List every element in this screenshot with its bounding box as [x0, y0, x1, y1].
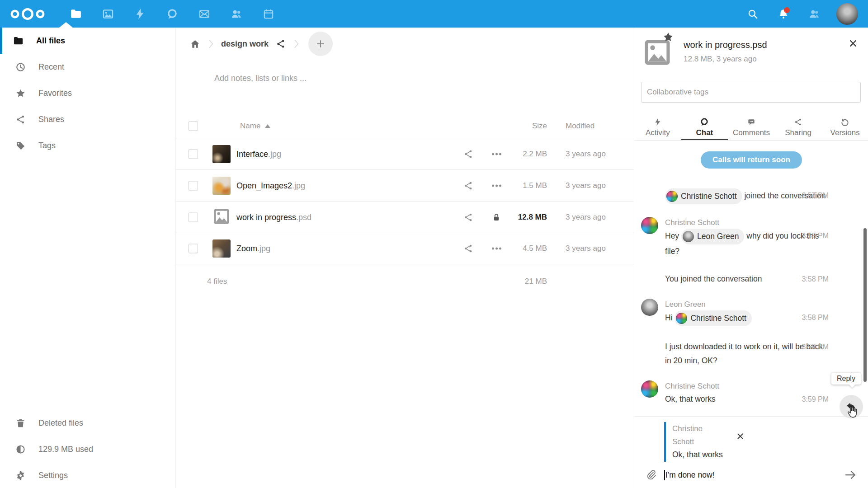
table-row[interactable]: Interface.jpg 2.2 MB 3 years ago [176, 138, 634, 169]
collaborative-tags-input[interactable] [641, 82, 861, 103]
notes-placeholder[interactable]: Add notes, lists or links ... [214, 74, 634, 83]
panel-tabs: Activity Chat Comments Sharing Versions [634, 116, 868, 141]
photos-app-icon[interactable] [98, 0, 118, 28]
file-name[interactable]: Open_Images2.jpg [236, 181, 305, 190]
share-icon [15, 114, 26, 125]
row-share-icon[interactable] [462, 149, 475, 159]
avatar [666, 191, 678, 202]
user-mention-chip[interactable]: Leon Green [681, 229, 744, 244]
favorite-star-icon[interactable] [662, 31, 674, 45]
contacts-menu-icon[interactable] [806, 5, 823, 23]
sidebar-item-settings[interactable]: Settings [0, 462, 175, 488]
avatar [676, 313, 687, 324]
breadcrumb-folder[interactable]: design work [221, 39, 269, 49]
chat-scrollbar[interactable] [863, 228, 867, 382]
tab-chat[interactable]: Chat [681, 116, 728, 140]
row-checkbox[interactable] [189, 181, 198, 190]
breadcrumb: design work [176, 28, 634, 60]
row-more-icon[interactable] [490, 184, 503, 187]
close-icon[interactable] [848, 38, 858, 50]
search-icon[interactable] [744, 5, 761, 23]
select-all-checkbox[interactable] [189, 121, 198, 131]
table-row[interactable]: Open_Images2.jpg 1.5 MB 3 years ago [176, 169, 634, 201]
file-name[interactable]: Zoom.jpg [236, 244, 270, 253]
chat-system-message: You joined the conversation 3:58 PM [634, 272, 868, 286]
message-input[interactable]: I'm done now! [664, 470, 714, 480]
sidebar-item-label: Deleted files [38, 418, 83, 428]
file-name[interactable]: work in progress.psd [236, 212, 311, 222]
quote-author: Christine Schott [672, 422, 722, 448]
file-modified: 3 years ago [566, 244, 606, 253]
chat-system-message: Christine Schott joined the conversation… [634, 188, 868, 204]
nextcloud-logo[interactable] [9, 8, 52, 20]
row-share-icon[interactable] [462, 244, 475, 253]
sidebar-item-label: 129.9 MB used [38, 445, 93, 454]
total-size: 21 MB [525, 277, 547, 286]
active-app-indicator [59, 22, 73, 28]
lock-icon [490, 212, 503, 222]
sidebar-item-shares[interactable]: Shares [0, 106, 175, 132]
column-header-size[interactable]: Size [532, 122, 547, 131]
sidebar-item-tags[interactable]: Tags [0, 132, 175, 159]
tab-comments[interactable]: Comments [728, 116, 775, 140]
sidebar-item-label: Favorites [38, 89, 72, 98]
avatar[interactable] [641, 299, 658, 316]
sidebar-item-all-files[interactable]: All files [0, 28, 175, 54]
file-modified: 3 years ago [566, 181, 606, 190]
contacts-app-icon[interactable] [226, 0, 246, 28]
table-row[interactable]: Zoom.jpg 4.5 MB 3 years ago [176, 233, 634, 264]
row-more-icon[interactable] [490, 248, 503, 250]
sidebar-item-quota[interactable]: 129.9 MB used [0, 436, 175, 462]
breadcrumb-share-icon[interactable] [276, 39, 286, 49]
text-caret [664, 470, 665, 480]
user-mention-chip[interactable]: Christine Schott [675, 310, 752, 326]
avatar[interactable] [641, 380, 658, 398]
message-author: Christine Schott [665, 217, 829, 229]
mail-app-icon[interactable] [194, 0, 214, 28]
message-time: 3:58 PM [802, 272, 829, 286]
notifications-bell-icon[interactable] [775, 5, 792, 23]
sidebar-item-label: All files [36, 36, 65, 46]
file-table-header: Name Size Modified [176, 114, 634, 138]
row-checkbox[interactable] [189, 244, 198, 253]
chat-message-continuation: I just downloaded it to work on it, will… [634, 340, 868, 368]
close-icon[interactable] [736, 432, 745, 442]
tab-sharing[interactable]: Sharing [775, 116, 822, 140]
avatar [683, 231, 694, 242]
row-share-icon[interactable] [462, 181, 475, 191]
activity-app-icon[interactable] [130, 0, 150, 28]
tab-versions[interactable]: Versions [821, 116, 868, 140]
file-size: 12.8 MB [518, 213, 547, 222]
table-row[interactable]: work in progress.psd 12.8 MB 3 years ago [176, 201, 634, 233]
column-header-name[interactable]: Name [240, 122, 270, 131]
talk-icon [700, 117, 709, 127]
column-header-modified[interactable]: Modified [566, 122, 594, 131]
user-avatar[interactable] [836, 3, 858, 25]
sidebar-item-recent[interactable]: Recent [0, 54, 175, 80]
sidebar-item-deleted-files[interactable]: Deleted files [0, 410, 175, 436]
row-checkbox[interactable] [189, 212, 198, 222]
call-banner-button[interactable]: Calls will return soon [701, 151, 802, 169]
row-checkbox[interactable] [189, 149, 198, 159]
activity-icon [654, 117, 662, 127]
send-message-icon[interactable] [844, 469, 857, 481]
file-name[interactable]: Interface.jpg [236, 149, 281, 159]
row-more-icon[interactable] [490, 153, 503, 155]
new-file-button[interactable] [308, 32, 333, 56]
tab-activity[interactable]: Activity [634, 116, 681, 140]
avatar[interactable] [641, 217, 658, 234]
user-mention-chip[interactable]: Christine Schott [665, 188, 742, 204]
attachment-paperclip-icon[interactable] [646, 469, 656, 480]
talk-app-icon[interactable] [162, 0, 182, 28]
row-share-icon[interactable] [462, 212, 475, 222]
star-icon [15, 88, 26, 99]
tag-icon [15, 141, 26, 151]
sidebar-item-label: Tags [38, 141, 56, 150]
calendar-app-icon[interactable] [259, 0, 278, 28]
comments-icon [747, 117, 756, 127]
sidebar-item-favorites[interactable]: Favorites [0, 80, 175, 106]
panel-file-subtitle: 12.8 MB, 3 years ago [684, 55, 757, 64]
chevron-right-icon [207, 38, 215, 50]
mouse-cursor-hand [846, 405, 859, 420]
home-icon[interactable] [190, 39, 200, 49]
